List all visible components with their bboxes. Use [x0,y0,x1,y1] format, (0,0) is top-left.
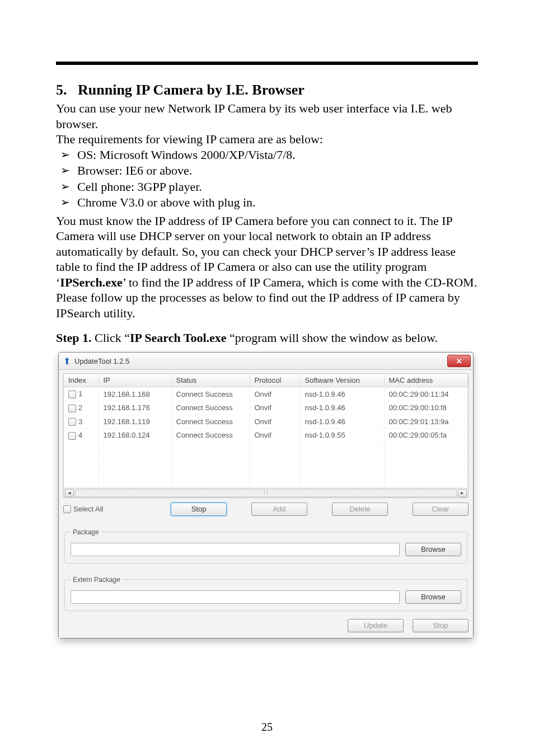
page-number: 25 [0,721,534,734]
cell-ip: 192.168.0.124 [99,429,171,443]
step1: Step 1. Click “IP Search Tool.exe “progr… [56,331,478,345]
col-status[interactable]: Status [171,374,250,387]
close-button[interactable]: ✕ [447,355,471,367]
extern-package-legend: Extern Package [71,576,123,584]
package-group: Package Browse [64,528,467,564]
requirements-list: OS: Microsoft Windows 2000/XP/Vista/7/8.… [56,147,478,211]
col-ip[interactable]: IP [99,374,171,387]
cell-mac: 00:0C:29:01:13:9a [384,415,468,429]
cell-version: nsd-1.0.9.46 [300,401,384,415]
requirement-item: Browser: IE6 or above. [56,163,478,179]
horizontal-rule [56,62,478,65]
row-checkbox[interactable] [68,405,76,412]
paragraph-followup: Please follow up the processes as below … [56,290,478,321]
package-path-input[interactable] [71,543,400,556]
row-checkbox[interactable] [68,391,76,398]
cell-protocol: Onvif [250,387,300,401]
col-index[interactable]: Index [64,374,99,387]
row-checkbox[interactable] [68,418,76,426]
device-table: Index IP Status Protocol Software Versio… [64,374,468,487]
stop-button[interactable]: Stop [171,503,227,516]
clear-button[interactable]: Clear [413,503,469,516]
requirement-item: Cell phone: 3GPP player. [56,179,478,195]
col-version[interactable]: Software Version [300,374,384,387]
updatetool-window: ⬆ UpdateTool 1.2.5 ✕ Index IP [58,352,474,638]
controls-row: Select All Stop Add Delete Clear [63,503,469,516]
requirement-item: Chrome V3.0 or above with plug in. [56,195,478,211]
cell-status: Connect Success [171,387,250,401]
select-all-checkbox[interactable] [63,505,71,513]
intro-paragraph-2: The requirements for viewing IP camera a… [56,132,478,147]
row-checkbox[interactable] [68,432,76,440]
section-heading-text: Running IP Camera by I.E. Browser [78,82,305,98]
update-button[interactable]: Update [348,619,404,632]
cell-version: nsd-1.0.9.46 [300,415,384,429]
intro-paragraph-1: You can use your new Network IP Camera b… [56,101,478,132]
para2-bold: IPSerch.exe [60,275,122,289]
table-row[interactable]: 4 192.168.0.124 Connect Success Onvif ns… [64,429,468,443]
cell-protocol: Onvif [250,401,300,415]
window-body: Index IP Status Protocol Software Versio… [59,370,473,637]
close-icon: ✕ [456,357,462,365]
browse-package-button[interactable]: Browse [405,543,461,556]
cell-status: Connect Success [171,401,250,415]
col-protocol[interactable]: Protocol [250,374,300,387]
table-row[interactable]: 3 192.168.1.119 Connect Success Onvif ns… [64,415,468,429]
step1-post: “program will show the window as below. [229,331,438,345]
cell-mac: 00:0C:29:00:10:f8 [384,401,468,415]
cell-protocol: Onvif [250,415,300,429]
cell-mac: 00:0C:29:00:11:34 [384,387,468,401]
cell-index: 2 [78,403,82,412]
step1-bold: IP Search Tool.exe [130,331,229,345]
extern-package-path-input[interactable] [71,590,400,604]
package-legend: Package [71,528,101,536]
section-title: 5. Running IP Camera by I.E. Browser [56,82,478,98]
scroll-right-icon[interactable]: ▸ [458,489,467,497]
cell-version: nsd-1.0.9.46 [300,387,384,401]
para2-c: ’ to find the IP address of IP Camera, w… [123,275,477,289]
cell-index: 1 [78,389,82,398]
stop-bottom-button[interactable]: Stop [413,619,469,632]
cell-status: Connect Success [171,429,250,443]
step1-pre: Click “ [92,331,130,345]
cell-version: nsd-1.0.9.55 [300,429,384,443]
add-button[interactable]: Add [251,503,307,516]
delete-button[interactable]: Delete [332,503,388,516]
app-icon: ⬆ [62,356,71,365]
browse-extern-button[interactable]: Browse [405,590,461,604]
paragraph-ip: You must know the IP address of IP Camer… [56,213,478,290]
bottom-button-row: Update Stop [63,619,469,632]
scroll-left-icon[interactable]: ◂ [65,489,74,497]
col-mac[interactable]: MAC address [384,374,468,387]
window-titlebar: ⬆ UpdateTool 1.2.5 ✕ [59,353,473,370]
select-all-label: Select All [73,505,103,513]
table-row[interactable]: 1 192.168.1.168 Connect Success Onvif ns… [64,387,468,401]
cell-mac: 00:0C:29:00:05:fa [384,429,468,443]
cell-ip: 192.168.1.168 [99,387,171,401]
horizontal-scrollbar[interactable]: ◂ ▸ [64,488,468,497]
extern-package-group: Extern Package Browse [64,576,467,611]
requirement-item: OS: Microsoft Windows 2000/XP/Vista/7/8. [56,147,478,163]
cell-status: Connect Success [171,415,250,429]
window-title: UpdateTool 1.2.5 [74,357,129,365]
section-number: 5. [56,82,67,98]
step1-label: Step 1. [56,331,92,345]
cell-index: 4 [78,431,82,439]
cell-protocol: Onvif [250,429,300,443]
table-row[interactable]: 2 192.168.1.176 Connect Success Onvif ns… [64,401,468,415]
cell-index: 3 [78,417,82,426]
cell-ip: 192.168.1.119 [99,415,171,429]
device-table-wrap: Index IP Status Protocol Software Versio… [63,373,469,497]
cell-ip: 192.168.1.176 [99,401,171,415]
